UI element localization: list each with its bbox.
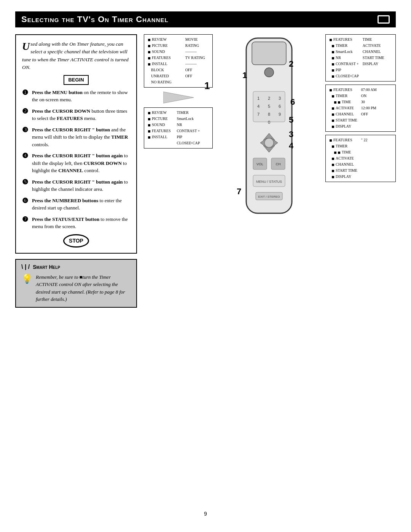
page-title: Selecting the TV's On Timer Channel: [21, 14, 169, 24]
step-1-num: ❶: [22, 89, 30, 97]
svg-text:CH: CH: [276, 162, 281, 166]
remote-wrapper: 1 1: [216, 34, 322, 232]
step-2-num: ❷: [22, 107, 30, 116]
menu-panel-3: FEATURES TIMER SmartLock NR CONTRAST + P…: [325, 34, 396, 81]
svg-text:4: 4: [289, 141, 294, 150]
svg-text:EXIT / STEREO: EXIT / STEREO: [258, 195, 280, 198]
menu-panel-4: FEATURES TIMER TIME ACTIVATE CHANNEL STA…: [325, 85, 396, 132]
svg-text:7: 7: [237, 187, 241, 196]
svg-text:2: 2: [289, 59, 293, 69]
svg-text:1: 1: [242, 70, 247, 80]
instructions-box: Used along with the On Timer feature, yo…: [15, 34, 137, 254]
step-2-content: Press the CURSOR DOWN button three times…: [32, 107, 130, 122]
step-5-num: ❺: [22, 178, 30, 187]
svg-text:4: 4: [257, 104, 260, 109]
step-5-content: Press the CURSOR RIGHT " button again to…: [32, 178, 130, 193]
menu-panel-2: REVIEW PICTURE SOUND FEATURES INSTALL TI…: [144, 107, 213, 149]
svg-text:7: 7: [257, 112, 260, 117]
smart-help-text: Remember, be sure to ■turn the Timer ACT…: [36, 273, 131, 303]
smart-help-content: 💡 Remember, be sure to ■turn the Timer A…: [21, 273, 131, 303]
svg-rect-2: [252, 42, 286, 65]
svg-text:2: 2: [268, 96, 270, 101]
step-2: ❷ Press the CURSOR DOWN button three tim…: [22, 107, 130, 122]
svg-text:MENU / STATUS: MENU / STATUS: [256, 180, 282, 184]
menu-arrow-svg: [163, 90, 194, 105]
intro-text: Used along with the On Timer feature, yo…: [22, 40, 130, 71]
step-6-content: Press the NUMBERED buttons to enter the …: [32, 197, 130, 212]
step-5: ❺ Press the CURSOR RIGHT " button again …: [22, 178, 130, 193]
step-1-content: Press the MENU button on the remote to s…: [32, 89, 130, 104]
step-3: ❸ Press the CURSOR RIGHT " button and th…: [22, 126, 130, 149]
svg-text:5: 5: [268, 104, 270, 109]
left-panel: Used along with the On Timer feature, yo…: [15, 34, 137, 499]
step-7-num: ❼: [22, 216, 30, 224]
step-6: ❻ Press the NUMBERED buttons to enter th…: [22, 197, 130, 212]
right-menus-col: FEATURES TIMER SmartLock NR CONTRAST + P…: [325, 34, 396, 182]
smart-help-title: \ | / Smart Help: [21, 264, 131, 270]
svg-point-19: [264, 138, 274, 147]
remote-svg: 1 2 3 4 5 6 7 8 9 0: [231, 34, 307, 217]
svg-text:0: 0: [268, 120, 270, 125]
step-4-content: Press the CURSOR RIGHT " button again to…: [32, 152, 130, 174]
svg-marker-0: [163, 92, 194, 103]
svg-text:1: 1: [257, 96, 260, 101]
menu-panel-1: REVIEW PICTURE SOUND FEATURES INSTALL BL…: [144, 34, 213, 88]
svg-text:9: 9: [279, 112, 281, 117]
step-7: ❼ Press the STATUS/EXIT button to remove…: [22, 216, 130, 230]
svg-text:3: 3: [279, 96, 281, 101]
step-4: ❹ Press the CURSOR RIGHT " button again …: [22, 152, 130, 174]
left-menus-col: REVIEW PICTURE SOUND FEATURES INSTALL BL…: [144, 34, 213, 149]
page-number: 9: [204, 511, 207, 517]
step-6-num: ❻: [22, 197, 30, 205]
smart-help-box: \ | / Smart Help 💡 Remember, be sure to …: [15, 259, 137, 308]
stop-badge: STOP: [63, 234, 89, 248]
step-label-1: 1: [204, 80, 210, 92]
svg-point-3: [264, 68, 274, 77]
tv-screen-icon: [378, 15, 390, 24]
step-4-num: ❹: [22, 152, 30, 160]
svg-text:3: 3: [289, 129, 293, 139]
step-1: ❶ Press the MENU button on the remote to…: [22, 89, 130, 104]
begin-badge: BEGIN: [64, 75, 88, 85]
smart-help-icon: \ | /: [21, 264, 30, 270]
svg-text:6: 6: [279, 104, 281, 109]
full-center: REVIEW PICTURE SOUND FEATURES INSTALL BL…: [144, 34, 396, 232]
svg-text:5: 5: [289, 115, 293, 125]
step-7-content: Press the STATUS/EXIT button to remove t…: [32, 216, 130, 230]
main-content: Used along with the On Timer feature, yo…: [15, 34, 396, 499]
remote-col: 1 1: [216, 34, 322, 232]
step-3-num: ❸: [22, 126, 30, 134]
menu-panel-5: FEATURES TIMER TIME ACTIVATE CHANNEL STA…: [325, 135, 396, 182]
step-3-content: Press the CURSOR RIGHT " button and the …: [32, 126, 130, 149]
svg-text:VOL: VOL: [256, 162, 263, 166]
bulb-icon: 💡: [21, 274, 33, 283]
smart-help-label: Smart Help: [33, 264, 60, 270]
svg-text:6: 6: [290, 97, 295, 107]
center-area: REVIEW PICTURE SOUND FEATURES INSTALL BL…: [144, 34, 396, 499]
intro-body: sed along with the On Timer feature, you…: [22, 41, 129, 70]
title-bar: Selecting the TV's On Timer Channel: [15, 11, 396, 27]
svg-text:8: 8: [268, 112, 270, 117]
drop-cap: U: [22, 41, 30, 52]
